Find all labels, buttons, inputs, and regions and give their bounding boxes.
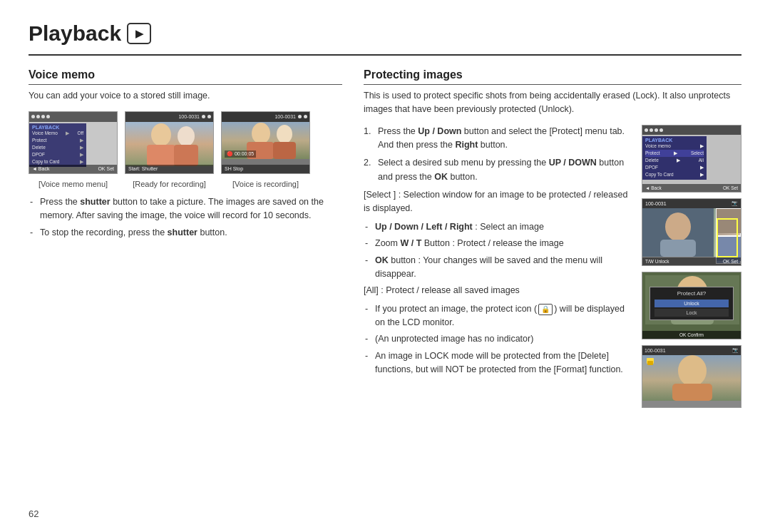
select-note: [Select ] : Selection window for an imag… — [364, 188, 632, 216]
recording-ready-screen: 100-0031 — [125, 111, 214, 174]
bullet-protect-icon: If you protect an image, the protect ico… — [364, 302, 632, 330]
sel-bottom-right: OK Set — [723, 259, 738, 264]
svg-rect-4 — [174, 145, 198, 166]
bullet-zoom: Zoom W / T Button : Protect / release th… — [364, 237, 632, 250]
confirm-label: OK Confirm — [679, 332, 704, 337]
sh-stop-label: SH Stop — [225, 166, 243, 171]
protect-menu-label: PLAYBACK — [645, 138, 704, 143]
screen1-topbar — [29, 112, 117, 122]
svg-point-5 — [252, 123, 270, 144]
bullet-shutter-2: To stop the recording, press the shutter… — [29, 226, 342, 240]
selection-topbar: 100-0031 📷 — [642, 199, 741, 208]
bullet-updown: Up / Down / Left / Right : Select an ima… — [364, 220, 632, 234]
bullet-shutter-1: Press the shutter button to take a pictu… — [29, 195, 342, 223]
screen2-photo — [125, 122, 213, 166]
screen1-menu: PLAYBACK Voice Memo▶Off Protect▶ Delete▶… — [29, 123, 86, 167]
top-divider — [29, 54, 741, 56]
all-note: [All] : Protect / release all saved imag… — [364, 284, 632, 297]
right-screens-column: PLAYBACK Voice memo▶ Protect▶Select Dele… — [642, 125, 741, 408]
right-text-area: 1. Press the Up / Down button and select… — [364, 125, 632, 408]
protect-title: Protecting images — [364, 68, 741, 85]
svg-point-7 — [277, 125, 292, 143]
recording-time: 00:00:05 — [235, 151, 254, 156]
svg-point-3 — [178, 126, 195, 146]
sel-thumbnails — [716, 208, 741, 257]
protected-topbar: 100-0031 📷 — [642, 346, 741, 355]
unlock-button[interactable]: Unlock — [654, 300, 729, 307]
protected-image-screen: 100-0031 📷 — [642, 345, 741, 408]
svg-rect-8 — [273, 142, 296, 159]
screen3-topbar: 100-0031 — [222, 112, 309, 122]
protect-menu-topbar — [642, 126, 741, 135]
protect-sub-bullets: Up / Down / Left / Right : Select an ima… — [364, 220, 632, 282]
screen2-topbar: 100-0031 — [125, 112, 213, 122]
right-content-area: 1. Press the Up / Down button and select… — [364, 125, 741, 408]
protect-menu-bottombar: ◄ BackOK Set — [642, 184, 741, 192]
screen3-bottombar: SH Stop — [222, 165, 309, 173]
sel-screen-label: 100-0031 — [645, 201, 667, 206]
protect-dialog-title: Protect All? — [654, 290, 729, 297]
voice-memo-title: Voice memo — [29, 68, 342, 85]
sel-photo-area — [642, 208, 741, 257]
playback-icon: ▶ — [127, 23, 151, 44]
page-title: Playback ▶ — [29, 21, 741, 46]
lock-button[interactable]: Lock — [654, 309, 729, 317]
protect-extra-bullets: If you protect an image, the protect ico… — [364, 302, 632, 377]
page-number: 62 — [29, 508, 38, 519]
right-column: Protecting images This is used to protec… — [364, 68, 741, 408]
protect-bottombar: OK Confirm — [642, 331, 741, 339]
svg-point-10 — [665, 213, 691, 241]
caption-3: [Voice is recording] — [221, 180, 310, 188]
start-shutter-label: Start: Shutter — [128, 166, 158, 171]
title-text: Playback — [29, 21, 121, 46]
protect-desc: This is used to protect specific shots f… — [364, 89, 741, 116]
step-1: 1. Press the Up / Down button and select… — [364, 125, 632, 153]
page-container: Playback ▶ Voice memo You can add your v… — [0, 0, 770, 422]
svg-rect-21 — [647, 361, 653, 365]
recording-screen: 100-0031 🔴 00:00:05 — [221, 111, 310, 174]
svg-rect-12 — [717, 209, 741, 233]
captions-row: [Voice memo menu] [Ready for recording] … — [29, 180, 342, 188]
protect-menu-content: PLAYBACK Voice memo▶ Protect▶Select Dele… — [642, 136, 707, 180]
bullet-ok: OK button : Your changes will be saved a… — [364, 254, 632, 282]
camera-screens-row: PLAYBACK Voice Memo▶Off Protect▶ Delete▶… — [29, 111, 342, 174]
voice-memo-desc: You can add your voice to a stored still… — [29, 89, 342, 103]
protect-menu-screen: PLAYBACK Voice memo▶ Protect▶Select Dele… — [642, 125, 741, 193]
svg-rect-19 — [672, 384, 712, 401]
svg-rect-11 — [660, 240, 696, 257]
sel-main-photo — [642, 208, 716, 257]
step-2: 2. Select a desired sub menu by pressing… — [364, 156, 632, 184]
protect-icon-inline: 🔒 — [538, 304, 553, 315]
protect-all-screen: Protect All? Unlock Lock OK Confirm — [642, 272, 741, 339]
protect-dialog: Protect All? Unlock Lock — [650, 287, 734, 320]
svg-point-1 — [151, 123, 171, 146]
svg-rect-2 — [147, 145, 175, 166]
protected-screen-label: 100-0031 — [645, 348, 666, 353]
sel-bottombar: T/W Unlock OK Set — [642, 257, 741, 265]
voice-menu-screen: PLAYBACK Voice Memo▶Off Protect▶ Delete▶… — [29, 111, 118, 174]
screen1-bottombar: ◄ BackOK Set — [29, 165, 117, 173]
caption-1: [Voice memo menu] — [29, 180, 118, 188]
left-column: Voice memo You can add your voice to a s… — [29, 68, 342, 408]
bullet-lock-mode: An image in LOCK mode will be protected … — [364, 349, 632, 377]
screen2-bottombar: Start: Shutter — [125, 165, 213, 173]
svg-point-18 — [678, 355, 707, 387]
voice-memo-bullets: Press the shutter button to take a pictu… — [29, 195, 342, 240]
sel-bottom-left: T/W Unlock — [645, 259, 669, 264]
caption-2: [Ready for recording] — [125, 180, 214, 188]
screen1-menu-title: PLAYBACK — [32, 125, 83, 130]
numbered-steps: 1. Press the Up / Down button and select… — [364, 125, 632, 185]
selection-screen: 100-0031 📷 — [642, 198, 741, 266]
two-column-layout: Voice memo You can add your voice to a s… — [29, 68, 741, 408]
sel-thumb-1 — [716, 208, 741, 236]
bullet-no-indicator: (An unprotected image has no indicator) — [364, 332, 632, 346]
